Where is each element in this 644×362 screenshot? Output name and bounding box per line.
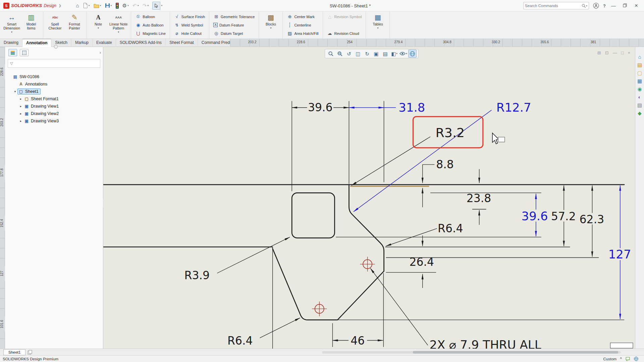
dropdown-caret-icon[interactable]: ▾ xyxy=(270,26,271,29)
globe-edit-icon[interactable] xyxy=(634,356,639,361)
save-button[interactable]: ▾ xyxy=(104,2,113,10)
datum-feature-button[interactable]: ADatum Feature xyxy=(212,21,256,29)
dropdown-caret-icon[interactable]: ▾ xyxy=(100,4,101,7)
sheet-tab-sheet1[interactable]: Sheet1 xyxy=(3,349,25,355)
previous-view-button[interactable]: ↺ xyxy=(345,50,353,58)
dropdown-caret-icon[interactable]: ▾ xyxy=(161,4,162,7)
tree-item-content[interactable]: ▤SW-01086 xyxy=(12,74,41,80)
unit-system-label[interactable]: Custom xyxy=(603,357,617,361)
select-tool-button[interactable]: ▾ xyxy=(152,2,163,10)
tab-command-predictor-beta[interactable]: Command Predictor (Beta) xyxy=(198,39,230,47)
tree-item-content[interactable]: ▣Drawing View1 xyxy=(23,103,61,109)
centerline-button[interactable]: ┆Centerline xyxy=(285,21,320,29)
tab-drawing[interactable]: Drawing xyxy=(0,39,22,47)
sketch-picture-button[interactable]: ▣ xyxy=(372,50,380,58)
dropdown-caret-icon[interactable]: ▾ xyxy=(111,4,112,7)
dim-fillet-right[interactable]: R6.4 xyxy=(438,222,463,235)
tree-filter[interactable]: ▽ xyxy=(8,59,100,68)
section-view-button[interactable]: ◫ xyxy=(354,50,362,58)
center-mark-button[interactable]: ⊕Center Mark xyxy=(285,13,320,20)
search-icon[interactable] xyxy=(582,4,586,8)
expander-icon[interactable]: ▸ xyxy=(18,105,23,108)
tab-annotation[interactable]: Annotation xyxy=(22,39,51,47)
revision-cloud-button[interactable]: ☁Revision Cloud xyxy=(326,29,363,37)
graphics-area[interactable]: 39.6 31.8 R12.7 R3.2 8.8 23.8 R6.4 39.6 … xyxy=(103,47,635,349)
tab-feature-tree[interactable] xyxy=(8,49,17,56)
dim-fillet-bottom[interactable]: R6.4 xyxy=(227,334,253,347)
dropdown-caret-icon[interactable]: ▾ xyxy=(396,52,397,55)
minimize-button[interactable]: — xyxy=(610,3,617,8)
resources-button[interactable]: ⌂ xyxy=(638,54,641,59)
dim-fillet-selected[interactable]: R3.2 xyxy=(435,125,465,140)
tables-button[interactable]: ▦Tables▾ xyxy=(368,12,387,38)
view-settings-button[interactable] xyxy=(408,50,417,58)
surface-finish-button[interactable]: √Surface Finish xyxy=(173,13,206,20)
tree-item-content[interactable]: ▢Sheet1 xyxy=(17,88,41,95)
user-account-icon[interactable] xyxy=(593,3,599,9)
dim-cut-width[interactable]: 31.8 xyxy=(398,101,425,114)
expander-icon[interactable]: ▸ xyxy=(18,97,23,101)
geometric-tolerance-button[interactable]: ⊞Geometric Tolerance xyxy=(212,13,256,20)
sheet-list-icon[interactable] xyxy=(28,350,33,355)
unit-system-caret-icon[interactable]: ^ xyxy=(620,357,622,361)
datum-target-button[interactable]: ◎Datum Target xyxy=(212,29,256,37)
dim-height-total[interactable]: 127 xyxy=(608,247,631,261)
search-scope-caret-icon[interactable]: ▾ xyxy=(586,4,587,7)
linear-note-pattern-button[interactable]: AAALinear NotePattern▾ xyxy=(108,12,129,38)
dim-hole-spacing[interactable]: 46 xyxy=(351,334,365,347)
tree-item-content[interactable]: ▣Drawing View2 xyxy=(23,111,61,117)
dropdown-caret-icon[interactable]: ▾ xyxy=(11,31,12,34)
dim-top-width[interactable]: 39.6 xyxy=(308,101,333,114)
tab-markup[interactable]: Markup xyxy=(71,39,93,47)
tree-item-content[interactable]: ▢Sheet Format1 xyxy=(23,96,61,102)
tab-sheet-format[interactable]: Sheet Format xyxy=(166,39,198,47)
appearances-button[interactable]: ◉ xyxy=(637,86,642,92)
scenes-button[interactable]: ◐ xyxy=(638,95,641,100)
blocks-button[interactable]: ▩Blocks▾ xyxy=(261,12,280,38)
dim-fillet-r39[interactable]: R3.9 xyxy=(184,269,210,282)
dropdown-caret-icon[interactable]: ▾ xyxy=(127,4,129,7)
dim-height-623[interactable]: 62.3 xyxy=(580,213,604,226)
dim-fillet-large[interactable]: R12.7 xyxy=(496,101,531,114)
dim-hole-callout[interactable]: 2X ⌀ 7.9 THRU ALL xyxy=(430,338,541,349)
tab-evaluate[interactable]: Evaluate xyxy=(93,39,116,47)
dim-height-inner[interactable]: 39.6 xyxy=(522,209,548,223)
close-doc-icon[interactable]: × xyxy=(628,50,630,55)
view-palette-button[interactable]: ▦ xyxy=(637,78,642,83)
restore-button[interactable] xyxy=(621,3,629,8)
zoom-to-area-button[interactable] xyxy=(336,50,344,58)
tree-item-drawing-view2[interactable]: ▸▣Drawing View2 xyxy=(5,110,103,117)
tree-item-sheet-format1[interactable]: ▸▢Sheet Format1 xyxy=(5,95,103,103)
part-edges[interactable] xyxy=(103,185,624,320)
help-icon[interactable]: ? xyxy=(603,3,606,8)
design-library-button[interactable]: ▤ xyxy=(637,62,642,67)
dropdown-caret-icon[interactable]: ▾ xyxy=(98,26,99,29)
tree-item-drawing-view3[interactable]: ▸▣Drawing View3 xyxy=(5,117,103,125)
options-button[interactable]: ⚙▾ xyxy=(122,2,129,10)
magnetic-line-button[interactable]: ⋃Magnetic Line xyxy=(134,29,167,37)
area-hatch-fill-button[interactable]: ▨Area Hatch/Fill xyxy=(285,29,320,37)
dim-offset-top[interactable]: 8.8 xyxy=(436,158,454,171)
zoom-to-fit-button[interactable] xyxy=(327,50,335,58)
expander-icon[interactable]: ▾ xyxy=(13,90,17,93)
hole-callout-button[interactable]: ⌀Hole Callout xyxy=(173,29,206,37)
tab-display-manager[interactable] xyxy=(20,49,29,56)
horizontal-scrollbar[interactable] xyxy=(322,351,621,354)
home-button[interactable]: ⌂ xyxy=(75,2,79,10)
rotate-view-button[interactable]: ↻ xyxy=(363,50,371,58)
search-commands-input[interactable] xyxy=(525,4,582,8)
tab-solidworks-add-ins[interactable]: SOLIDWORKS Add-Ins xyxy=(116,39,166,47)
panel-collapse-dot[interactable] xyxy=(54,45,58,49)
tree-item-content[interactable]: ▣Drawing View3 xyxy=(23,118,61,124)
apply-scene-button[interactable]: ▤ xyxy=(381,50,389,58)
dropdown-caret-icon[interactable]: ▾ xyxy=(118,31,119,34)
custom-properties-button[interactable]: ▧ xyxy=(637,103,642,108)
display-style-button[interactable]: ◧▾ xyxy=(390,50,398,58)
print-status-button[interactable] xyxy=(115,2,119,10)
chevron-right-icon[interactable]: ❯ xyxy=(59,4,61,7)
file-explorer-button[interactable]: ▢ xyxy=(637,70,642,75)
center-marks[interactable] xyxy=(312,257,375,316)
hide-show-items-button[interactable]: ▾ xyxy=(399,50,408,58)
restore-doc-icon[interactable]: □ xyxy=(621,50,624,55)
forum-button[interactable]: ◆ xyxy=(638,111,642,116)
